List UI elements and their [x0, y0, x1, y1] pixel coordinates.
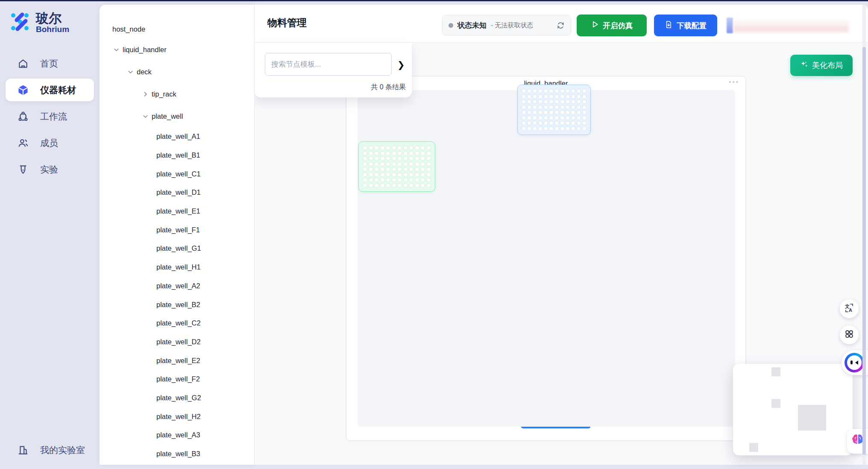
well-cell [533, 110, 537, 114]
translate-button[interactable]: 文 A [840, 299, 859, 318]
scrollbar-thumb[interactable] [862, 47, 866, 455]
well-cell [363, 151, 367, 155]
well-cell [522, 110, 526, 114]
tree-item-plate_well_H2[interactable]: plate_well_H2 [100, 407, 254, 426]
well-cell [577, 89, 581, 93]
well-cell [409, 178, 413, 182]
tree-item-deck[interactable]: deck [127, 65, 152, 78]
tree-item-plate_well_B2[interactable]: plate_well_B2 [100, 295, 254, 314]
apps-grid-button[interactable] [840, 325, 859, 344]
tree-item-plate_well_C2[interactable]: plate_well_C2 [100, 314, 254, 333]
tree-item-plate_well_D1[interactable]: plate_well_D1 [100, 183, 254, 202]
well-cell [420, 146, 425, 150]
well-cell [409, 167, 413, 171]
tree-item-plate_well_H1[interactable]: plate_well_H1 [100, 258, 254, 277]
status-dot-icon [449, 23, 453, 28]
brand-logo[interactable]: 玻尔 Bohrium [9, 11, 69, 34]
tree-item-plate_well_A2[interactable]: plate_well_A2 [100, 277, 254, 296]
well-plate-blue[interactable] [517, 85, 591, 135]
well-cell [582, 110, 586, 114]
well-cell [409, 183, 413, 188]
tree-item-tip-rack[interactable]: tip_rack [142, 88, 176, 100]
well-cell [560, 94, 564, 99]
download-file-icon [665, 21, 673, 31]
well-cell [426, 162, 431, 166]
well-cell [415, 151, 419, 155]
well-cell [554, 126, 559, 131]
well-cell [560, 116, 564, 120]
tree-item-plate_well_F1[interactable]: plate_well_F1 [100, 220, 254, 239]
well-cell [533, 126, 537, 131]
tree-item-plate_well_E1[interactable]: plate_well_E1 [100, 202, 254, 221]
well-cell [386, 183, 390, 188]
well-cell [420, 183, 425, 188]
expand-chevron-icon[interactable]: ❯ [397, 60, 405, 70]
well-cell [566, 121, 570, 125]
tree-item-plate_well_D2[interactable]: plate_well_D2 [100, 333, 254, 352]
sidebar-item-experiments[interactable]: 实验 [6, 158, 94, 181]
search-input[interactable] [265, 53, 392, 76]
well-cell [549, 94, 553, 99]
well-plate-green[interactable] [358, 141, 435, 192]
well-cell [544, 89, 548, 93]
well-cell [577, 126, 581, 131]
sidebar-item-workflow[interactable]: 工作流 [6, 105, 94, 128]
download-config-button[interactable]: 下载配置 [654, 15, 717, 36]
chevron-down-icon[interactable] [127, 69, 134, 75]
refresh-icon[interactable] [557, 21, 565, 29]
well-cell [363, 146, 367, 150]
start-simulation-button[interactable]: 开启仿真 [577, 15, 647, 36]
chevron-down-icon[interactable] [142, 113, 149, 120]
well-cell [403, 167, 408, 171]
well-cell [577, 110, 581, 114]
sidebar-item-label: 首页 [40, 58, 58, 70]
beautify-layout-button[interactable]: 美化布局 [790, 55, 853, 76]
tree-item-plate_well_A3[interactable]: plate_well_A3 [100, 426, 254, 445]
well-cell [533, 105, 537, 109]
tree-item-plate_well_B1[interactable]: plate_well_B1 [100, 146, 254, 165]
well-cell [582, 116, 586, 120]
well-cell [527, 100, 531, 104]
well-cell [544, 105, 548, 109]
well-cell [374, 173, 379, 177]
ai-assistant-robot-button[interactable] [845, 353, 864, 372]
sidebar-item-my-lab[interactable]: 我的实验室 [6, 439, 94, 461]
chevron-down-icon[interactable] [113, 47, 120, 53]
tree-item-plate_well_E2[interactable]: plate_well_E2 [100, 351, 254, 370]
tree-item-plate_well_G1[interactable]: plate_well_G1 [100, 239, 254, 258]
sidebar-item-home[interactable]: 首页 [6, 52, 94, 75]
sidebar-item-instruments[interactable]: 仪器耗材 [6, 79, 94, 101]
well-cell [397, 162, 402, 166]
well-cell [363, 178, 367, 182]
well-cell [363, 167, 367, 171]
tree-item-plate_well_A1[interactable]: plate_well_A1 [100, 127, 254, 146]
well-cell [522, 94, 526, 99]
well-cell [566, 110, 570, 114]
well-cell [549, 126, 553, 131]
canvas-minimap[interactable] [733, 364, 853, 455]
tree-item-plate_well_B3[interactable]: plate_well_B3 [100, 445, 254, 463]
well-cell [380, 183, 385, 188]
well-cell [374, 167, 379, 171]
tree-item-plate_well_C1[interactable]: plate_well_C1 [100, 164, 254, 183]
tree-item-plate_well_F2[interactable]: plate_well_F2 [100, 370, 254, 389]
well-cell [549, 105, 553, 109]
well-cell [538, 121, 542, 125]
well-cell [386, 156, 390, 161]
status-badge: 状态未知 - 无法获取状态 [442, 15, 571, 35]
chevron-right-icon[interactable] [142, 91, 149, 97]
well-cell [386, 146, 390, 150]
tree-item-plate_well_G2[interactable]: plate_well_G2 [100, 389, 254, 407]
deck-canvas-panel[interactable] [358, 90, 735, 427]
node-menu-dots-icon[interactable]: ••• [729, 78, 739, 85]
well-cell [577, 100, 581, 104]
well-cell [544, 126, 548, 131]
sidebar-item-members[interactable]: 成员 [6, 132, 94, 154]
tree-item-host-node[interactable]: host_node [112, 23, 145, 35]
tree-item-plate-well[interactable]: plate_well [142, 110, 183, 123]
tree-item-liquid-handler[interactable]: liquid_handler [113, 43, 167, 56]
well-cell [397, 156, 402, 161]
well-cell [560, 100, 564, 104]
liquid-handler-node-card[interactable]: liquid_handler ••• data: [object Object] [346, 76, 746, 441]
well-cell [415, 183, 419, 188]
